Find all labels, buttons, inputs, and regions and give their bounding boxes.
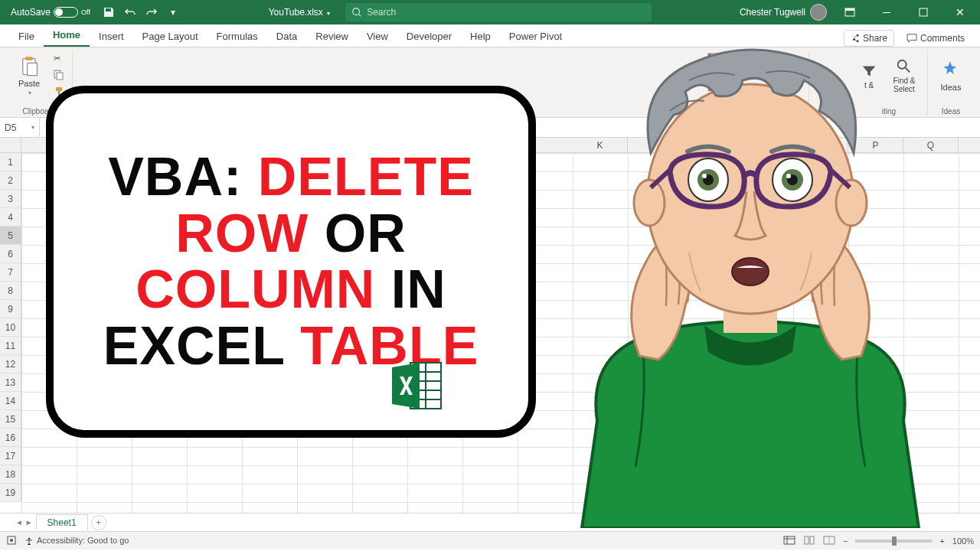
select-all-button[interactable] — [0, 138, 21, 153]
svg-rect-3 — [920, 8, 927, 16]
row-header[interactable]: 7 — [0, 263, 21, 282]
view-normal-icon[interactable] — [783, 536, 795, 546]
add-sheet-button[interactable]: + — [91, 515, 106, 530]
row-header[interactable]: 17 — [0, 447, 21, 465]
bubble-word: COLUMN — [136, 259, 375, 319]
tab-view[interactable]: View — [358, 26, 397, 47]
filename: YouTube.xlsx ▾ — [269, 7, 331, 18]
username: Chester Tugwell — [740, 7, 805, 18]
record-macro-icon[interactable] — [6, 535, 17, 547]
row-header[interactable]: 19 — [0, 484, 21, 502]
excel-logo-icon — [389, 360, 444, 415]
svg-point-53 — [786, 174, 791, 178]
row-header[interactable]: 13 — [0, 373, 21, 392]
titlebar-center: YouTube.xlsx ▾ Search — [181, 3, 740, 21]
tab-review[interactable]: Review — [306, 26, 358, 47]
svg-rect-30 — [805, 536, 808, 544]
autosave-toggle[interactable]: AutoSave Off — [6, 5, 95, 19]
user-badge[interactable]: Chester Tugwell — [740, 4, 827, 21]
row-header[interactable]: 8 — [0, 282, 21, 300]
zoom-in-button[interactable]: + — [939, 536, 944, 546]
save-icon[interactable] — [101, 5, 116, 20]
maximize-icon[interactable] — [910, 3, 937, 21]
cartoon-avatar — [536, 38, 965, 528]
accessibility-status[interactable]: Accessibility: Good to go — [24, 536, 129, 546]
svg-point-42 — [634, 180, 665, 226]
row-header[interactable]: 12 — [0, 355, 21, 373]
svg-rect-9 — [56, 87, 62, 91]
search-input[interactable]: Search — [345, 3, 652, 21]
paste-button[interactable]: Paste ▾ — [11, 51, 47, 101]
row-header[interactable]: 3 — [0, 190, 21, 208]
svg-rect-5 — [25, 57, 32, 60]
zoom-out-button[interactable]: − — [843, 536, 848, 546]
tab-developer[interactable]: Developer — [397, 26, 461, 47]
svg-point-25 — [10, 539, 13, 542]
undo-icon[interactable] — [122, 5, 138, 20]
copy-button[interactable] — [51, 67, 67, 83]
titlebar-left: AutoSave Off ▾ — [0, 5, 181, 20]
row-header[interactable]: 18 — [0, 465, 21, 484]
tab-page-layout[interactable]: Page Layout — [133, 26, 207, 47]
svg-point-0 — [353, 8, 360, 15]
bubble-word: OR — [309, 204, 406, 263]
status-bar: Accessibility: Good to go − + 100% — [0, 531, 980, 549]
ribbon-display-icon[interactable] — [836, 3, 864, 21]
row-header[interactable]: 11 — [0, 337, 21, 355]
search-placeholder: Search — [367, 7, 396, 18]
avatar-icon — [810, 4, 827, 21]
row-header[interactable]: 1 — [0, 153, 21, 171]
tab-home[interactable]: Home — [44, 24, 90, 47]
autosave-label: AutoSave — [11, 7, 51, 18]
row-header[interactable]: 2 — [0, 171, 21, 190]
row-header[interactable]: 6 — [0, 245, 21, 263]
row-header[interactable]: 16 — [0, 429, 21, 447]
scissors-icon: ✂ — [54, 54, 60, 64]
svg-point-52 — [702, 174, 707, 178]
svg-rect-27 — [784, 536, 795, 544]
tab-insert[interactable]: Insert — [90, 26, 133, 47]
view-page-icon[interactable] — [803, 536, 815, 546]
svg-rect-6 — [28, 63, 38, 75]
bubble-word: EXCEL — [103, 316, 301, 376]
cut-button[interactable]: ✂ — [51, 51, 67, 66]
row-header[interactable]: 9 — [0, 300, 21, 318]
title-bar: AutoSave Off ▾ YouTube.xlsx ▾ Search Che… — [0, 0, 980, 24]
qat-more-icon[interactable]: ▾ — [165, 5, 181, 20]
bubble-text: VBA: DELETE ROW OR COLUMN IN EXCEL TABLE — [84, 149, 498, 374]
redo-icon[interactable] — [144, 5, 159, 20]
svg-rect-8 — [57, 73, 63, 80]
minimize-icon[interactable]: ─ — [873, 3, 900, 21]
zoom-level[interactable]: 100% — [952, 536, 974, 546]
name-box[interactable]: D5 — [0, 118, 40, 137]
autosave-state: Off — [81, 8, 90, 16]
svg-point-26 — [28, 538, 31, 540]
tab-formulas[interactable]: Formulas — [207, 26, 267, 47]
row-headers: 1 2 3 4 5 6 7 8 9 10 11 12 13 14 15 16 1… — [0, 153, 21, 502]
bubble-word: VBA: — [108, 147, 258, 207]
speech-bubble: VBA: DELETE ROW OR COLUMN IN EXCEL TABLE — [46, 86, 536, 438]
svg-point-43 — [836, 180, 867, 226]
row-header-selected[interactable]: 5 — [0, 227, 21, 245]
sheet-nav[interactable]: ◄ ► — [15, 518, 33, 527]
toggle-icon — [54, 7, 78, 18]
tab-file[interactable]: File — [9, 26, 44, 47]
close-icon[interactable]: ✕ — [946, 3, 974, 21]
bubble-word: IN — [375, 259, 446, 319]
tab-data[interactable]: Data — [267, 26, 306, 47]
bubble-word: ROW — [175, 204, 309, 263]
titlebar-right: Chester Tugwell ─ ✕ — [740, 3, 980, 21]
svg-rect-2 — [845, 8, 854, 11]
row-header[interactable]: 10 — [0, 318, 21, 337]
row-header[interactable]: 15 — [0, 410, 21, 429]
svg-rect-31 — [810, 536, 814, 544]
row-header[interactable]: 14 — [0, 392, 21, 410]
bubble-word: DELETE — [258, 147, 474, 207]
zoom-slider[interactable] — [855, 540, 932, 543]
svg-point-54 — [732, 258, 769, 285]
sheet-tab[interactable]: Sheet1 — [36, 514, 88, 530]
view-break-icon[interactable] — [823, 536, 835, 546]
tab-help[interactable]: Help — [461, 26, 500, 47]
paste-label: Paste — [18, 79, 40, 88]
row-header[interactable]: 4 — [0, 208, 21, 227]
